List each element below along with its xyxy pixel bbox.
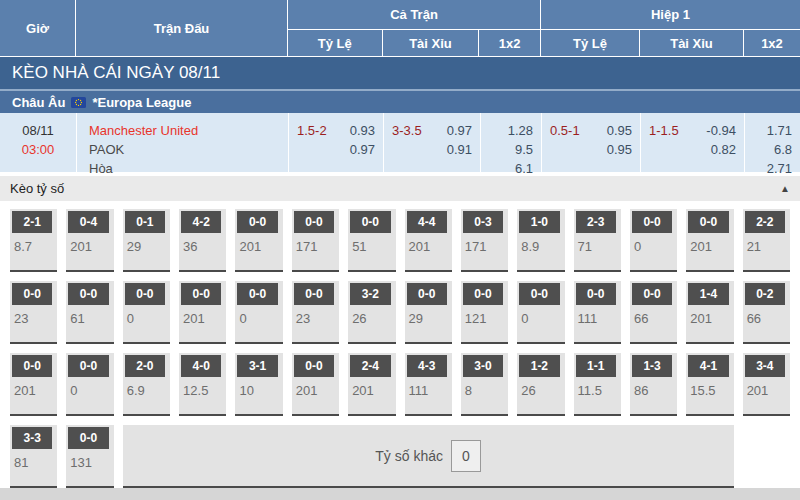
score-cell[interactable]: 0-0201	[686, 209, 733, 272]
score-cell[interactable]: 0-129	[123, 209, 170, 272]
score-section-header: Kèo tỷ số ▲	[0, 176, 800, 201]
other-score-input[interactable]: 0	[451, 440, 481, 472]
score-odds-value: 10	[239, 383, 282, 398]
other-score-label: Tỷ số khác	[375, 448, 443, 464]
score-label: 1-1	[576, 355, 616, 377]
match-date: 08/11	[0, 121, 76, 140]
score-cell[interactable]: 4-236	[179, 209, 226, 272]
score-cell[interactable]: 0-00	[235, 281, 282, 344]
score-label: 0-3	[463, 211, 503, 233]
score-cell[interactable]: 2-221	[743, 209, 790, 272]
score-label: 0-0	[125, 283, 165, 305]
score-odds-value: 121	[465, 311, 508, 326]
collapse-arrow-icon[interactable]: ▲	[780, 183, 790, 194]
half-handicap-home-odds: 0.95	[607, 121, 632, 140]
full-handicap-cell[interactable]: 1.5-20.93 0.97	[288, 113, 383, 172]
score-cell[interactable]: 2-06.9	[123, 353, 170, 416]
league-region: Châu Âu	[12, 95, 65, 110]
score-label: 4-0	[181, 355, 221, 377]
score-cell[interactable]: 0-0131	[66, 425, 113, 488]
score-cell[interactable]: 0-4201	[66, 209, 113, 272]
score-cell[interactable]: 0-023	[10, 281, 57, 344]
score-cell[interactable]: 1-08.9	[517, 209, 564, 272]
score-odds-value: 23	[296, 311, 339, 326]
score-cell[interactable]: 1-226	[517, 353, 564, 416]
score-cell[interactable]: 0-051	[348, 209, 395, 272]
score-cell[interactable]: 1-4201	[686, 281, 733, 344]
score-cell[interactable]: 4-4201	[405, 209, 452, 272]
score-cell[interactable]: 4-012.5	[179, 353, 226, 416]
score-label: 3-0	[463, 355, 503, 377]
score-cell[interactable]: 0-066	[630, 281, 677, 344]
score-odds-value: 201	[239, 239, 282, 254]
score-odds-value: 201	[747, 383, 790, 398]
score-odds-value: 171	[465, 239, 508, 254]
match-kickoff-time: 03:00	[0, 140, 76, 159]
score-odds-value: 36	[183, 239, 226, 254]
score-odds-value: 66	[634, 311, 677, 326]
score-cell[interactable]: 0-0121	[461, 281, 508, 344]
eu-flag-icon	[71, 97, 86, 108]
score-odds-value: 201	[70, 239, 113, 254]
score-label: 0-0	[68, 427, 108, 449]
score-cell[interactable]: 0-0201	[179, 281, 226, 344]
half-handicap-cell[interactable]: 0.5-10.95 0.95	[541, 113, 640, 172]
score-odds-value: 201	[14, 383, 57, 398]
score-cell[interactable]: 0-0201	[292, 353, 339, 416]
score-cell[interactable]: 3-4201	[743, 353, 790, 416]
score-odds-value: 201	[296, 383, 339, 398]
full-1x2-away: 9.5	[489, 140, 533, 159]
full-ou-line: 3-3.5	[392, 121, 422, 140]
score-label: 2-1	[12, 211, 52, 233]
score-label: 1-2	[519, 355, 559, 377]
score-cell[interactable]: 2-4201	[348, 353, 395, 416]
odds-table-header: Giờ Trận Đấu Cả Trận Tỷ Lệ Tài Xỉu 1x2 H…	[0, 0, 800, 56]
score-cell[interactable]: 0-061	[66, 281, 113, 344]
score-cell[interactable]: 3-110	[235, 353, 282, 416]
score-cell[interactable]: 0-00	[630, 209, 677, 272]
score-label: 2-0	[125, 355, 165, 377]
full-1x2-cell[interactable]: 1.28 9.5 6.1	[480, 113, 541, 172]
score-odds-value: 6.9	[127, 383, 170, 398]
score-cell[interactable]: 4-115.5	[686, 353, 733, 416]
match-row: 08/11 03:00 Manchester United PAOK Hòa 1…	[0, 113, 800, 172]
score-cell[interactable]: 0-00	[123, 281, 170, 344]
score-odds-value: 0	[521, 311, 564, 326]
score-odds-value: 201	[183, 311, 226, 326]
half-handicap-away-odds: 0.95	[607, 140, 632, 159]
score-cell[interactable]: 0-029	[405, 281, 452, 344]
score-cell[interactable]: 1-111.5	[574, 353, 621, 416]
score-label: 0-1	[125, 211, 165, 233]
score-cell[interactable]: 1-386	[630, 353, 677, 416]
score-label: 2-4	[350, 355, 390, 377]
score-cell[interactable]: 0-0201	[10, 353, 57, 416]
score-cell[interactable]: 3-08	[461, 353, 508, 416]
score-cell[interactable]: 2-371	[574, 209, 621, 272]
score-cell[interactable]: 2-18.7	[10, 209, 57, 272]
score-cell[interactable]: 0-0201	[235, 209, 282, 272]
score-odds-value: 171	[296, 239, 339, 254]
score-odds-value: 61	[70, 311, 113, 326]
score-cell[interactable]: 3-226	[348, 281, 395, 344]
half-1x2-cell[interactable]: 1.71 6.8 2.71	[744, 113, 800, 172]
header-full-match: Cả Trận	[288, 0, 540, 30]
score-cell[interactable]: 4-3111	[405, 353, 452, 416]
score-cell[interactable]: 0-0111	[574, 281, 621, 344]
score-odds-value: 8.9	[521, 239, 564, 254]
half-over-under-cell[interactable]: 1-1.5-0.94 0.82	[640, 113, 744, 172]
half-ou-line: 1-1.5	[649, 121, 679, 140]
score-cell[interactable]: 0-00	[517, 281, 564, 344]
full-over-under-cell[interactable]: 3-3.50.97 0.91	[383, 113, 480, 172]
full-handicap-home-odds: 0.93	[350, 121, 375, 140]
page-title: KÈO NHÀ CÁI NGÀY 08/11	[0, 57, 800, 89]
score-cell[interactable]: 0-0171	[292, 209, 339, 272]
score-odds-value: 201	[690, 311, 733, 326]
page-title-text: KÈO NHÀ CÁI NGÀY 08/11	[12, 63, 220, 83]
score-cell[interactable]: 0-00	[66, 353, 113, 416]
score-label: 0-2	[745, 283, 785, 305]
score-cell[interactable]: 0-3171	[461, 209, 508, 272]
score-cell[interactable]: 0-023	[292, 281, 339, 344]
score-label: 0-0	[68, 355, 108, 377]
score-cell[interactable]: 3-381	[10, 425, 57, 488]
score-cell[interactable]: 0-266	[743, 281, 790, 344]
